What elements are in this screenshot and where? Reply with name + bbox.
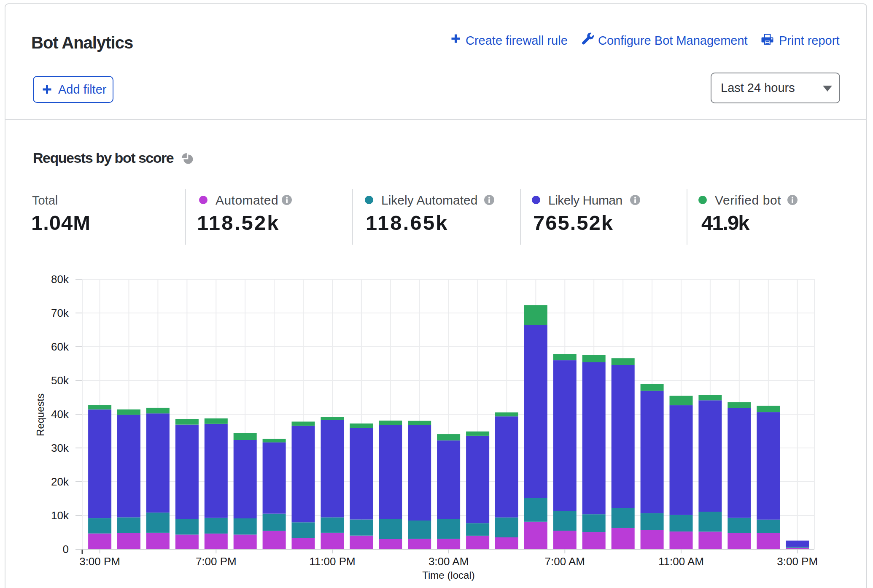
svg-text:60k: 60k xyxy=(51,340,69,353)
svg-text:3:00 AM: 3:00 AM xyxy=(428,555,469,568)
svg-text:3:00 PM: 3:00 PM xyxy=(777,555,818,568)
svg-text:3:00 PM: 3:00 PM xyxy=(79,555,120,568)
svg-text:30k: 30k xyxy=(51,442,69,454)
svg-text:20k: 20k xyxy=(51,475,69,488)
svg-text:11:00 PM: 11:00 PM xyxy=(309,555,355,568)
svg-text:7:00 AM: 7:00 AM xyxy=(545,555,585,568)
svg-text:50k: 50k xyxy=(51,374,69,387)
svg-text:11:00 AM: 11:00 AM xyxy=(658,555,704,568)
svg-text:80k: 80k xyxy=(51,273,69,286)
svg-text:Time (local): Time (local) xyxy=(422,569,474,581)
svg-text:10k: 10k xyxy=(51,509,69,522)
svg-text:40k: 40k xyxy=(51,408,69,421)
svg-text:70k: 70k xyxy=(51,307,69,319)
svg-text:0: 0 xyxy=(63,543,69,556)
svg-text:7:00 PM: 7:00 PM xyxy=(196,555,237,568)
svg-text:Requests: Requests xyxy=(35,394,46,436)
